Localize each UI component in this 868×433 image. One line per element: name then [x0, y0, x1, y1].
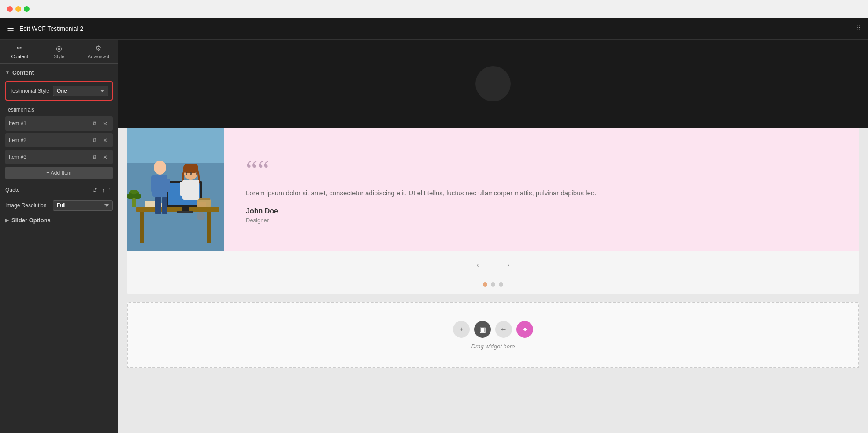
- canvas-area: ““ Lorem ipsum dolor sit amet, consectet…: [118, 40, 868, 433]
- slider-next-button[interactable]: ›: [502, 258, 515, 272]
- item-3-label: Item #3: [9, 154, 88, 160]
- list-item: Item #1 ⧉ ✕: [5, 116, 113, 131]
- add-widget-button[interactable]: +: [453, 321, 470, 338]
- item-2-label: Item #2: [9, 137, 88, 143]
- svg-rect-12: [198, 198, 210, 200]
- tab-advanced-label: Advanced: [88, 54, 109, 59]
- svg-rect-22: [180, 182, 186, 196]
- canvas-circle-decoration: [475, 66, 511, 101]
- svg-rect-3: [140, 212, 144, 243]
- testimonial-image: [127, 128, 224, 251]
- sidebar: ✏ Content ◎ Style ⚙ Advanced ▼ Content: [0, 40, 118, 433]
- svg-point-27: [197, 212, 205, 220]
- gear-icon: ⚙: [95, 44, 101, 52]
- quote-icons: ↺ ↑ ": [91, 185, 113, 195]
- content-section-header[interactable]: ▼ Content: [5, 69, 113, 76]
- slider-options-arrow-icon: ▶: [5, 218, 9, 223]
- grid-icon[interactable]: ⠿: [856, 24, 861, 33]
- tab-style[interactable]: ◎ Style: [39, 40, 78, 63]
- main-layout: ✏ Content ◎ Style ⚙ Advanced ▼ Content: [0, 40, 868, 433]
- svg-point-31: [134, 193, 141, 199]
- quote-reset-button[interactable]: ↺: [91, 185, 99, 195]
- svg-rect-18: [162, 197, 167, 214]
- testimonial-card: ““ Lorem ipsum dolor sit amet, consectet…: [127, 128, 859, 251]
- svg-rect-17: [155, 197, 161, 214]
- testimonial-style-select[interactable]: One Two Three: [53, 86, 108, 96]
- item-1-duplicate-button[interactable]: ⧉: [91, 119, 98, 128]
- tab-style-label: Style: [54, 54, 64, 59]
- quote-mark: ““: [246, 156, 837, 183]
- browse-widget-button[interactable]: ▣: [474, 321, 491, 338]
- sidebar-content: ▼ Content Testimonial Style One Two Thre…: [0, 64, 118, 433]
- content-section-label: Content: [12, 69, 34, 76]
- tab-advanced[interactable]: ⚙ Advanced: [79, 40, 118, 63]
- slider-dots: [127, 279, 859, 294]
- item-1-delete-button[interactable]: ✕: [101, 119, 109, 128]
- list-item: Item #2 ⧉ ✕: [5, 133, 113, 147]
- top-bar-title: Edit WCF Testimonial 2: [19, 25, 850, 32]
- drop-zone-icons: + ▣ ← ✦: [453, 321, 533, 338]
- slider-prev-button[interactable]: ‹: [471, 258, 484, 272]
- list-item: Item #3 ⧉ ✕: [5, 150, 113, 164]
- app-container: ☰ Edit WCF Testimonial 2 ⠿ ✏ Content ◎ S…: [0, 18, 868, 433]
- slider-dot-1[interactable]: [483, 282, 487, 287]
- traffic-lights: [7, 6, 30, 12]
- item-3-delete-button[interactable]: ✕: [101, 153, 109, 161]
- quote-field-row: Quote ↺ ↑ ": [5, 185, 113, 195]
- svg-point-30: [127, 193, 134, 199]
- testimonial-content: ““ Lorem ipsum dolor sit amet, consectet…: [224, 128, 859, 251]
- drop-zone: + ▣ ← ✦ Drag widget here: [127, 302, 859, 368]
- slider-dot-3[interactable]: [499, 282, 503, 287]
- svg-rect-7: [182, 207, 189, 211]
- testimonial-style-label: Testimonial Style: [10, 88, 49, 94]
- hamburger-icon[interactable]: ☰: [7, 24, 14, 34]
- testimonials-label: Testimonials: [5, 107, 113, 113]
- move-widget-button[interactable]: ✦: [516, 321, 533, 338]
- item-3-duplicate-button[interactable]: ⧉: [91, 153, 98, 161]
- svg-point-13: [154, 161, 166, 175]
- testimonial-style-field: Testimonial Style One Two Three: [5, 81, 113, 101]
- svg-rect-4: [207, 212, 211, 243]
- canvas-black-header: [118, 40, 868, 128]
- testimonial-name: John Doe: [246, 207, 837, 215]
- back-button[interactable]: ←: [495, 321, 512, 338]
- svg-rect-26: [197, 202, 206, 207]
- testimonial-text: Lorem ipsum dolor sit amet, consectetur …: [246, 188, 837, 198]
- image-resolution-label: Image Resolution: [5, 202, 49, 209]
- title-bar: [0, 0, 868, 18]
- svg-rect-16: [166, 179, 170, 192]
- item-1-label: Item #1: [9, 120, 88, 127]
- slider-options-header[interactable]: ▶ Slider Options: [5, 217, 113, 224]
- slider-options-label: Slider Options: [11, 217, 51, 224]
- content-arrow-icon: ▼: [5, 70, 10, 75]
- image-resolution-row: Image Resolution Full Large Medium Thumb…: [5, 200, 113, 211]
- quote-upload-button[interactable]: ↑: [100, 185, 106, 195]
- sidebar-tabs: ✏ Content ◎ Style ⚙ Advanced: [0, 40, 118, 64]
- item-2-delete-button[interactable]: ✕: [101, 136, 109, 145]
- testimonial-style-row: Testimonial Style One Two Three: [10, 86, 108, 96]
- add-item-button[interactable]: + Add Item: [5, 167, 113, 179]
- close-button[interactable]: [7, 6, 13, 12]
- drop-zone-text: Drag widget here: [471, 343, 515, 350]
- slider-dot-2[interactable]: [491, 282, 495, 287]
- tab-content[interactable]: ✏ Content: [0, 40, 39, 63]
- testimonial-role: Designer: [246, 217, 837, 224]
- image-resolution-select[interactable]: Full Large Medium Thumbnail: [53, 200, 113, 211]
- maximize-button[interactable]: [24, 6, 30, 12]
- svg-rect-8: [177, 211, 193, 213]
- quote-format-button[interactable]: ": [108, 185, 113, 195]
- slider-nav: ‹ ›: [127, 251, 859, 279]
- svg-rect-15: [151, 176, 157, 192]
- pencil-icon: ✏: [17, 44, 22, 52]
- circle-icon: ◎: [56, 44, 62, 52]
- testimonial-widget: ““ Lorem ipsum dolor sit amet, consectet…: [127, 128, 859, 294]
- tab-content-label: Content: [11, 54, 28, 59]
- item-2-duplicate-button[interactable]: ⧉: [91, 136, 98, 145]
- top-bar: ☰ Edit WCF Testimonial 2 ⠿: [0, 18, 868, 40]
- svg-rect-20: [183, 164, 198, 173]
- minimize-button[interactable]: [15, 6, 21, 12]
- quote-label: Quote: [5, 187, 91, 193]
